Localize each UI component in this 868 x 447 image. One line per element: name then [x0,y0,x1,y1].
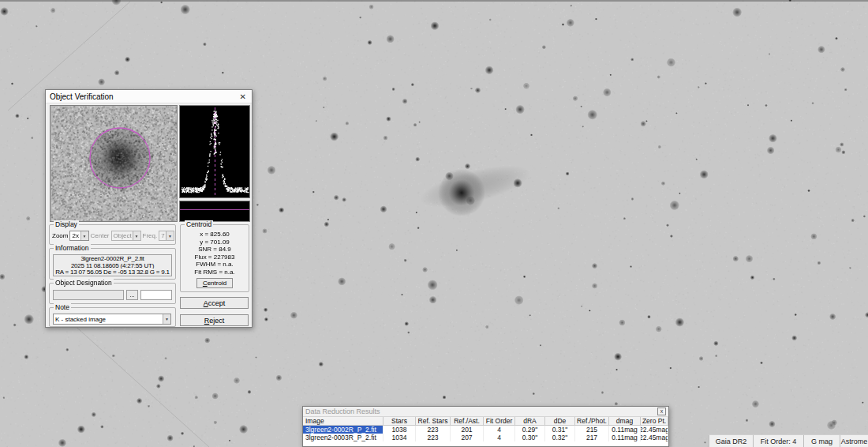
designation-field [53,290,124,300]
fit-residual-strip [179,201,250,222]
column-header[interactable]: Fit Order [484,417,515,425]
column-header[interactable]: dmag [609,417,641,425]
table-cell: 4 [484,426,515,434]
status-mag-band: G mag [803,435,840,447]
column-header[interactable]: Image [303,417,383,425]
table-cell: 1038 [383,426,416,434]
display-group: Display Zoom 2x ▼ Center Object ▼ Freq. … [49,224,176,245]
center-label: Center [91,232,110,239]
table-cell: 201 [451,426,484,434]
column-header[interactable]: Ref./Ast. [451,417,484,425]
status-app-name: Astrome [840,435,868,447]
note-legend: Note [54,303,71,312]
psf-profile-plot [179,105,250,198]
table-cell: 217 [575,434,609,441]
column-header[interactable]: dDe [545,417,575,425]
chevron-down-icon: ▼ [166,231,174,240]
zoom-select[interactable]: 2x ▼ [69,231,88,241]
residual-baseline [180,209,249,210]
display-controls: Zoom 2x ▼ Center Object ▼ Freq. 7 ▼ [52,231,174,241]
table-cell[interactable]: 3lgreen2-0003R_P_2.fit [303,434,383,441]
information-group: Information 3lgreen2-0002R_P_2.fit 2025 … [49,248,176,280]
info-datetime: 2025 11 08.18605 (4:27:55 UT) [54,262,171,269]
information-panel: 3lgreen2-0002R_P_2.fit 2025 11 08.18605 … [53,254,172,276]
data-reduction-results-window: Data Reduction Results x Image Stars Ref… [302,406,669,447]
browse-button[interactable]: ... [126,290,138,300]
information-legend: Information [54,244,91,253]
centroid-fit-rms: Fit RMS = n.a. [181,269,249,276]
dialog-title: Object Verification [50,92,238,101]
center-value: Object [112,232,133,239]
chevron-down-icon: ▼ [133,231,140,240]
centroid-x: x = 825.60 [181,231,249,239]
close-icon[interactable]: x [657,408,666,415]
freq-label: Freq. [143,232,158,239]
table-cell[interactable]: 3lgreen2-0002R_P_2.fit [303,426,383,434]
display-legend: Display [54,220,79,229]
centroid-flux: Flux = 227983 [181,254,249,261]
note-group: Note K - stacked image ▼ [49,307,176,327]
object-verification-titlebar[interactable]: Object Verification ✕ [46,90,252,103]
center-select: Object ▼ [111,231,141,241]
table-cell: 0.32" [545,434,575,441]
table-row[interactable]: 3lgreen2-0002R_P_2.fit 1038 223 201 4 0.… [303,426,668,434]
table-cell: 0.30" [515,434,545,441]
accept-button[interactable]: Accept [180,297,249,309]
status-bar: Gaia DR2 Fit Order: 4 G mag Astrome [709,434,868,447]
status-catalog: Gaia DR2 [709,435,753,447]
info-coordinates: RA = 13 07 56.05 De = -05 13 32.8 G = 9.… [54,269,171,276]
centroid-fwhm: FWHM = n.a. [181,261,249,269]
table-cell: 223 [416,426,451,434]
object-zoom-view[interactable] [50,105,178,222]
object-verification-dialog: Object Verification ✕ Display Zoom 2x ▼ … [45,89,253,328]
info-filename: 3lgreen2-0002R_P_2.fit [54,255,171,262]
note-value: K - stacked image [54,316,163,323]
table-cell: 215 [575,426,609,434]
zoom-label: Zoom [52,232,68,239]
close-icon[interactable]: ✕ [238,92,248,101]
centroid-snr: SNR = 84.9 [181,246,249,254]
centroid-readouts: x = 825.60 y = 701.09 SNR = 84.9 Flux = … [181,231,249,276]
centroid-legend: Centroid [185,220,213,229]
table-cell: 4 [484,434,515,441]
freq-value: 7 [159,232,166,239]
object-designation-group: Object Designation ... [49,283,176,304]
chevron-down-icon: ▼ [80,231,88,240]
object-designation-row: ... [53,290,172,300]
column-header[interactable]: Ref. Stars [416,417,451,425]
table-cell: 223 [416,434,451,441]
freq-select: 7 ▼ [159,231,174,241]
column-header[interactable]: dRA [515,417,545,425]
centroid-button[interactable]: Centroid [196,278,233,288]
table-cell: 22.45mag [641,434,668,441]
table-cell: 0.11mag [609,426,641,434]
astrometrica-app: Object Verification ✕ Display Zoom 2x ▼ … [0,0,868,447]
table-cell: 22.45mag [641,426,668,434]
data-reduction-titlebar[interactable]: Data Reduction Results x [303,407,668,417]
status-fit-order: Fit Order: 4 [753,435,803,447]
table-row[interactable]: 3lgreen2-0003R_P_2.fit 1034 223 207 4 0.… [303,434,668,441]
table-cell: 1034 [383,434,416,441]
reject-button[interactable]: Reject [180,314,249,326]
window-title: Data Reduction Results [305,408,657,415]
chevron-down-icon: ▼ [163,314,170,324]
centroid-y: y = 701.09 [181,239,249,246]
column-header[interactable]: Zero Pt. [641,417,668,425]
note-select[interactable]: K - stacked image ▼ [53,314,171,325]
centroid-group: Centroid x = 825.60 y = 701.09 SNR = 84.… [180,224,249,292]
table-cell: 0.31" [545,426,575,434]
column-header[interactable]: Ref./Phot. [575,417,609,425]
column-header[interactable]: Stars [383,417,416,425]
results-table-header: Image Stars Ref. Stars Ref./Ast. Fit Ord… [303,417,668,426]
zoom-value: 2x [70,232,80,239]
designation-suffix-field[interactable] [140,290,172,300]
table-cell: 207 [451,434,484,441]
table-cell: 0.29" [515,426,545,434]
table-cell: 0.11mag [609,434,641,441]
object-designation-legend: Object Designation [54,279,114,287]
